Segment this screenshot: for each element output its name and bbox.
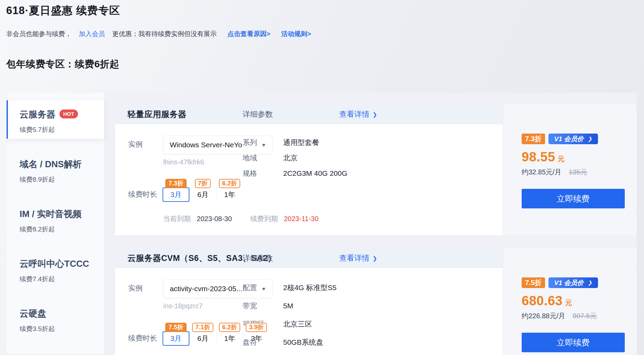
detail-value: 5M bbox=[283, 302, 293, 310]
member-price-badge[interactable]: V1 会员价 ❯ bbox=[548, 277, 598, 288]
detail-value: 2C2G3M 40G 200G bbox=[283, 169, 347, 178]
instance-label: 实例 bbox=[128, 283, 143, 293]
duration-box: 3月 bbox=[163, 331, 189, 346]
sidebar-item-title: 云呼叫中心TCCC bbox=[20, 258, 104, 270]
chevron-right-icon: ❯ bbox=[373, 255, 377, 262]
renewal-card-lighthouse: 轻量应用服务器 详细参数 查看详情 ❯ 实例 Windows Server-Ne… bbox=[115, 104, 636, 235]
price-line: 680.63 元 bbox=[522, 294, 636, 308]
sidebar-item-im-trtc[interactable]: IM / 实时音视频 续费8.2折起 bbox=[7, 200, 104, 238]
detail-label: 规格 bbox=[243, 169, 283, 178]
category-sidebar: 云服务器 HOT 续费5.7折起 域名 / DNS解析 续费8.9折起 IM /… bbox=[7, 93, 104, 354]
sidebar-item-subtitle: 续费3.5折起 bbox=[20, 324, 104, 333]
join-member-link[interactable]: 加入会员 bbox=[79, 30, 105, 37]
card-body: 实例 activity-cvm-2023-05... ▼ ins-18pqzrc… bbox=[115, 268, 503, 355]
chevron-right-icon: ❯ bbox=[588, 280, 592, 286]
detail-row: 地域 北京 bbox=[243, 150, 347, 165]
per-month-price: 约226.88元/月 bbox=[522, 312, 565, 320]
original-price: 135元 bbox=[569, 168, 587, 176]
renew-expire-value: 2023-11-30 bbox=[284, 215, 319, 222]
price-discount-badge: 7.3折 bbox=[522, 134, 545, 144]
renew-expire-label: 续费到期 bbox=[250, 215, 278, 222]
detail-value: 2核4G 标准型S5 bbox=[283, 283, 336, 293]
renew-now-button[interactable]: 立即续费 bbox=[522, 189, 625, 208]
content-wrapper: 云服务器 HOT 续费5.7折起 域名 / DNS解析 续费8.9折起 IM /… bbox=[7, 93, 637, 355]
detail-label: 盘符 bbox=[243, 337, 283, 347]
view-reason-link[interactable]: 点击查看原因> bbox=[227, 30, 270, 37]
duration-option-1y[interactable]: 6.2折 1年 bbox=[216, 323, 243, 346]
discount-badge: 7.1折 bbox=[192, 323, 213, 332]
member-price-text: V1 会员价 bbox=[554, 278, 584, 287]
view-detail-link[interactable]: 查看详情 ❯ bbox=[339, 253, 377, 263]
duration-option-1y[interactable]: 6.2折 1年 bbox=[216, 179, 243, 202]
discount-badge: 7.3折 bbox=[165, 179, 186, 188]
notice-prefix: 非会员也能参与续费， bbox=[6, 30, 71, 37]
detail-value: 北京 bbox=[283, 153, 298, 163]
view-detail-text: 查看详情 bbox=[339, 253, 369, 263]
sidebar-item-title: 云硬盘 bbox=[20, 308, 104, 320]
view-detail-link[interactable]: 查看详情 ❯ bbox=[339, 109, 377, 119]
discount-badge: 6.2折 bbox=[219, 179, 240, 188]
price-sub: 约32.85元/月 135元 bbox=[522, 168, 636, 177]
sidebar-item-subtitle: 续费8.9折起 bbox=[20, 175, 104, 184]
instance-id: lhins-47fkfrk6 bbox=[163, 158, 204, 166]
detail-row: 配置 2核4G 标准型S5 bbox=[243, 278, 336, 297]
detail-row: 盘符 50GB系统盘 bbox=[243, 333, 336, 351]
detail-params-list: 系列 通用型套餐 地域 北京 规格 2C2G3M 40G 200G bbox=[243, 135, 347, 181]
expire-dates: 当前到期 2023-08-30 续费到期 2023-11-30 bbox=[163, 214, 319, 224]
hot-badge: HOT bbox=[59, 110, 78, 118]
duration-option-3m[interactable]: 7.5折 3月 bbox=[163, 323, 189, 346]
discount-badge: 7折 bbox=[195, 179, 211, 188]
card-body: 实例 Windows Server-NeYo ▼ lhins-47fkfrk6 … bbox=[115, 124, 503, 235]
sidebar-item-tccc[interactable]: 云呼叫中心TCCC 续费7.4折起 bbox=[7, 250, 104, 288]
instance-select-value: Windows Server-NeYo bbox=[170, 141, 242, 149]
price-panel: 7.3折 V1 会员价 ❯ 98.55 元 约32.85元/月 135元 立即续… bbox=[503, 104, 636, 235]
duration-label: 续费时长 bbox=[128, 333, 157, 343]
detail-value: 通用型套餐 bbox=[283, 138, 319, 147]
card-main: 云服务器CVM（S6、S5、SA3、SA2） 详细参数 查看详情 ❯ 实例 ac… bbox=[115, 248, 503, 355]
original-price: 907.5元 bbox=[573, 312, 597, 320]
notice-bar: 非会员也能参与续费， 加入会员 更优惠；我有待续费实例但没有展示 点击查看原因>… bbox=[6, 30, 311, 38]
card-main: 轻量应用服务器 详细参数 查看详情 ❯ 实例 Windows Server-Ne… bbox=[115, 104, 503, 235]
detail-params-label: 详细参数 bbox=[243, 253, 273, 263]
sidebar-item-title: 域名 / DNS解析 bbox=[20, 158, 104, 170]
duration-option-6m[interactable]: 7.1折 6月 bbox=[189, 323, 216, 346]
detail-label: 带宽 bbox=[243, 301, 283, 311]
rules-link[interactable]: 活动规则> bbox=[281, 30, 311, 37]
duration-box: 6月 bbox=[189, 331, 216, 346]
notice-middle: 更优惠；我有待续费实例但没有展示 bbox=[112, 30, 217, 37]
price-sub: 约226.88元/月 907.5元 bbox=[522, 311, 636, 321]
detail-value: 50GB系统盘 bbox=[283, 337, 323, 347]
sidebar-item-subtitle: 续费5.7折起 bbox=[20, 125, 104, 134]
detail-label: 系列 bbox=[243, 138, 283, 147]
sidebar-item-title-text: 云服务器 bbox=[20, 108, 55, 121]
detail-row: 带宽 5M bbox=[243, 297, 336, 315]
price-amount: 680.63 bbox=[522, 294, 563, 308]
duration-box: 6月 bbox=[189, 187, 216, 202]
sidebar-item-domain-dns[interactable]: 域名 / DNS解析 续费8.9折起 bbox=[7, 150, 104, 188]
price-panel: 7.5折 V1 会员价 ❯ 680.63 元 约226.88元/月 907.5元… bbox=[503, 248, 636, 355]
duration-box: 1年 bbox=[216, 187, 243, 202]
duration-box: 1年 bbox=[216, 331, 243, 346]
detail-label: 配置 bbox=[243, 283, 283, 293]
price-line: 98.55 元 bbox=[522, 150, 636, 164]
sidebar-item-title: IM / 实时音视频 bbox=[20, 208, 104, 220]
member-price-badge[interactable]: V1 会员价 ❯ bbox=[548, 134, 598, 144]
renewal-card-cvm: 云服务器CVM（S6、S5、SA3、SA2） 详细参数 查看详情 ❯ 实例 ac… bbox=[115, 248, 636, 355]
detail-row: 系列 通用型套餐 bbox=[243, 135, 347, 150]
sidebar-item-subtitle: 续费7.4折起 bbox=[20, 275, 104, 284]
sidebar-item-title: 云服务器 HOT bbox=[20, 108, 104, 121]
duration-option-6m[interactable]: 7折 6月 bbox=[189, 179, 216, 202]
duration-option-3m[interactable]: 7.3折 3月 bbox=[163, 179, 189, 202]
sidebar-item-cvm[interactable]: 云服务器 HOT 续费5.7折起 bbox=[7, 100, 104, 139]
chevron-right-icon: ❯ bbox=[373, 111, 377, 118]
sidebar-item-subtitle: 续费8.2折起 bbox=[20, 225, 104, 234]
detail-label: 地域 bbox=[243, 153, 283, 163]
price-discount-badge: 7.5折 bbox=[522, 277, 545, 288]
discount-badge: 6.2折 bbox=[219, 323, 240, 332]
section-heading: 包年续费专区：续费6折起 bbox=[6, 58, 120, 71]
duration-label: 续费时长 bbox=[128, 190, 157, 199]
sidebar-item-cbs[interactable]: 云硬盘 续费3.5折起 bbox=[7, 299, 104, 338]
detail-value: 北京三区 bbox=[283, 319, 312, 329]
renew-now-button[interactable]: 立即续费 bbox=[522, 333, 625, 352]
duration-box: 3月 bbox=[163, 187, 189, 202]
